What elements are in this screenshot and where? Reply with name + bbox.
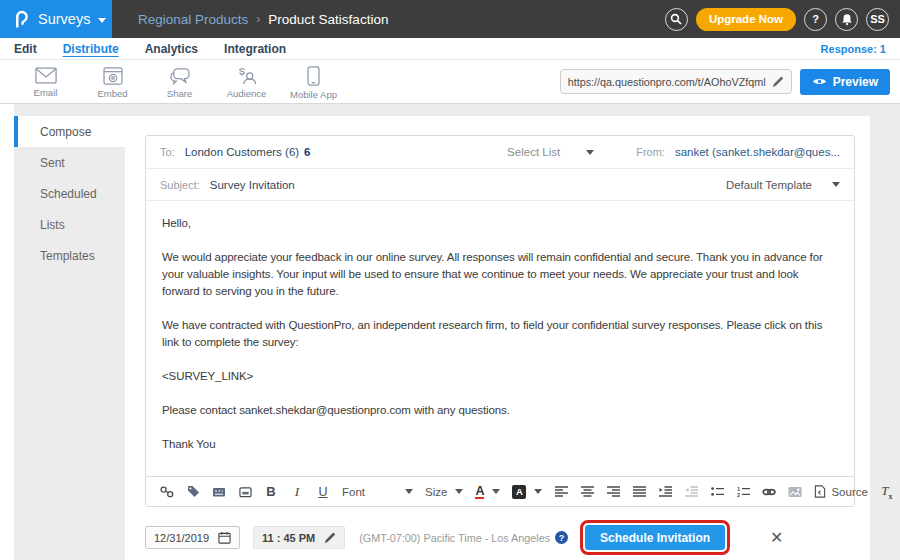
align-right-icon [607, 486, 620, 497]
response-count[interactable]: Response: 1 [821, 43, 886, 55]
align-center-icon [581, 486, 594, 497]
sidebar-item-sent[interactable]: Sent [14, 147, 125, 178]
tab-edit[interactable]: Edit [14, 38, 37, 60]
remove-format-button[interactable]: Tx [880, 482, 894, 502]
help-button[interactable]: ? [804, 8, 827, 31]
close-icon[interactable]: ✕ [770, 530, 783, 546]
link-anchor-button[interactable] [160, 482, 174, 502]
sidebar-item-scheduled[interactable]: Scheduled [14, 178, 125, 209]
email-paragraph: Please contact sanket.shekdar@questionpr… [162, 402, 838, 419]
breadcrumb-separator: › [256, 12, 260, 26]
email-paragraph: Hello, [162, 215, 838, 232]
search-icon [670, 13, 682, 25]
align-right-button[interactable] [606, 482, 620, 502]
sidebar-item-compose[interactable]: Compose [14, 116, 125, 147]
bold-button[interactable]: B [264, 482, 278, 502]
mobile-icon [307, 66, 320, 86]
from-label: From: [636, 146, 665, 158]
channel-embed[interactable]: Embed [79, 65, 146, 99]
question-mark-icon: ? [812, 13, 819, 25]
envelope-icon [35, 67, 57, 84]
surveys-menu[interactable]: Surveys [0, 0, 112, 38]
justify-button[interactable] [632, 482, 646, 502]
indent-button[interactable] [658, 482, 672, 502]
breadcrumb-current: Product Satisfaction [268, 12, 388, 27]
svg-text:1: 1 [737, 486, 740, 492]
channel-share[interactable]: Share [146, 65, 213, 99]
timezone-text: (GMT-07:00) Pacific Time - Los Angeles ? [359, 531, 568, 544]
sidebar-item-lists[interactable]: Lists [14, 209, 125, 240]
surveys-menu-label: Surveys [38, 11, 90, 27]
search-button[interactable] [665, 8, 688, 31]
subject-input[interactable]: Survey Invitation [210, 179, 295, 191]
bulleted-list-button[interactable] [710, 482, 724, 502]
text-color-button[interactable]: A [475, 485, 500, 499]
underline-button[interactable]: U [316, 482, 330, 502]
rich-text-toolbar: B I U Font Size A [146, 476, 854, 506]
survey-link-area: https://qa.questionpro.com/t/AOhoVZfqml … [560, 69, 900, 95]
background-color-button[interactable]: A [512, 485, 542, 499]
insert-image-button[interactable] [788, 482, 802, 502]
insert-link-button[interactable] [762, 482, 776, 502]
chevron-down-icon [534, 489, 542, 494]
notifications-button[interactable] [835, 8, 858, 31]
to-row: To: London Customers (6) 6 Select List F… [146, 136, 854, 169]
remove-format-icon: Tx [881, 483, 892, 501]
distribute-content: Compose Sent Scheduled Lists Templates T… [0, 104, 900, 560]
user-avatar[interactable]: SS [866, 8, 889, 31]
recipient-count: 6 [304, 146, 310, 158]
avatar-initials: SS [870, 13, 885, 25]
source-button[interactable]: Source [814, 485, 867, 498]
outdent-button[interactable] [684, 482, 698, 502]
channel-email[interactable]: Email [12, 65, 79, 98]
email-body-editor[interactable]: Hello,We would appreciate your feedback … [146, 201, 854, 476]
merge-field-button[interactable] [212, 482, 226, 502]
breadcrumb-parent[interactable]: Regional Products [138, 12, 248, 27]
preview-label: Preview [833, 75, 878, 89]
questionpro-logo-icon [13, 9, 30, 29]
align-left-icon [555, 486, 568, 497]
tab-analytics[interactable]: Analytics [145, 38, 198, 60]
tab-integration[interactable]: Integration [224, 38, 286, 60]
indent-icon [659, 486, 672, 497]
survey-url-field[interactable]: https://qa.questionpro.com/t/AOhoVZfqml [560, 69, 792, 94]
email-paragraph: We have contracted with QuestionPro, an … [162, 317, 838, 351]
annotation-highlight-ring: Schedule Invitation [580, 520, 730, 555]
from-value[interactable]: sanket (sanket.shekdar@ques... [675, 146, 840, 158]
to-value[interactable]: London Customers (6) [185, 146, 299, 158]
edit-pencil-icon[interactable] [772, 76, 784, 88]
align-center-button[interactable] [580, 482, 594, 502]
timezone-help-button[interactable]: ? [555, 531, 568, 544]
insert-link-icon [762, 487, 776, 497]
sidebar-item-templates[interactable]: Templates [14, 240, 125, 271]
compose-main: To: London Customers (6) 6 Select List F… [125, 116, 870, 560]
tag-button[interactable] [186, 482, 200, 502]
template-dropdown[interactable]: Default Template [726, 179, 840, 191]
channel-audience[interactable]: Audience [213, 65, 280, 99]
channel-mobile-app[interactable]: Mobile App [280, 64, 347, 100]
upgrade-now-button[interactable]: Upgrade Now [696, 8, 796, 31]
italic-button[interactable]: I [290, 482, 304, 502]
question-mark-icon: ? [559, 533, 565, 543]
survey-tabbar: Edit Distribute Analytics Integration Re… [0, 38, 900, 60]
chevron-down-icon [586, 150, 594, 155]
date-picker[interactable]: 12/31/2019 [145, 526, 240, 549]
preview-button[interactable]: Preview [800, 69, 890, 95]
channel-label: Email [34, 87, 58, 98]
numbered-list-button[interactable]: 12 [736, 482, 750, 502]
calendar-icon [218, 531, 231, 544]
timezone-label: (GMT-07:00) Pacific Time - Los Angeles [359, 532, 550, 544]
survey-url-text: https://qa.questionpro.com/t/AOhoVZfqml [568, 76, 767, 88]
button-insert-button[interactable] [238, 482, 252, 502]
email-paragraph: <SURVEY_LINK> [162, 368, 838, 385]
select-list-dropdown[interactable]: Select List [507, 146, 594, 158]
time-picker[interactable]: 11 : 45 PM [253, 526, 345, 549]
align-left-button[interactable] [554, 482, 568, 502]
tag-icon [187, 485, 200, 498]
tab-distribute[interactable]: Distribute [63, 38, 119, 60]
select-list-label: Select List [507, 146, 560, 158]
font-dropdown[interactable]: Font [342, 486, 413, 498]
schedule-invitation-button[interactable]: Schedule Invitation [585, 525, 725, 550]
svg-text:2: 2 [737, 492, 740, 497]
size-dropdown[interactable]: Size [425, 486, 463, 498]
